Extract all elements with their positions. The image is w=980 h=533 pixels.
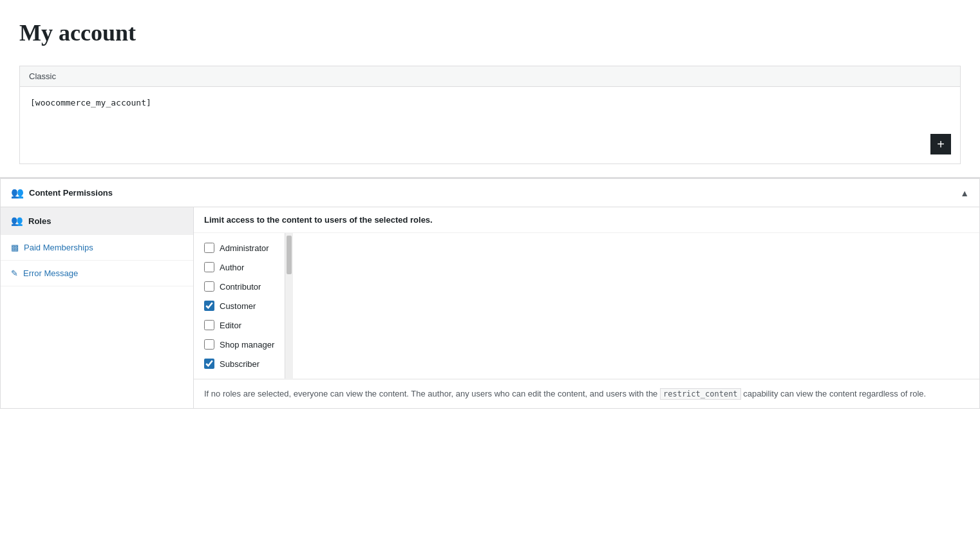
sidebar-item-paid-memberships[interactable]: ▩ Paid Memberships: [1, 235, 193, 261]
top-section: My account Classic [woocommerce_my_accou…: [0, 0, 980, 178]
permissions-header-left: 👥 Content Permissions: [11, 187, 113, 199]
footer-text-1: If no roles are selected, everyone can v…: [204, 389, 657, 398]
role-item-contributor: Contributor: [204, 277, 274, 296]
role-checkbox-author[interactable]: [204, 262, 214, 272]
role-label-shop-manager[interactable]: Shop manager: [220, 340, 274, 350]
role-checkbox-shop-manager[interactable]: [204, 339, 214, 350]
footer-text-2: capability can view the content regardle…: [743, 389, 926, 398]
page-title: My account: [19, 19, 961, 46]
role-item-shop-manager: Shop manager: [204, 335, 274, 354]
sidebar-error-message-label: Error Message: [23, 268, 78, 278]
role-item-editor: Editor: [204, 315, 274, 335]
role-checkbox-administrator[interactable]: [204, 243, 214, 253]
role-label-subscriber[interactable]: Subscriber: [220, 359, 259, 369]
block-tab-label: Classic: [29, 71, 56, 81]
role-checkbox-customer[interactable]: [204, 301, 214, 311]
sidebar-paid-memberships-label: Paid Memberships: [24, 243, 93, 252]
permissions-sidebar: 👥 Roles ▩ Paid Memberships ✎ Error Messa…: [1, 207, 194, 408]
scrollbar-thumb: [287, 236, 292, 274]
footer-code: restrict_content: [660, 388, 741, 400]
sidebar-roles-label: Roles: [28, 216, 51, 226]
role-label-customer[interactable]: Customer: [220, 301, 256, 311]
role-item-administrator: Administrator: [204, 238, 274, 257]
sidebar-item-error-message[interactable]: ✎ Error Message: [1, 261, 193, 286]
permissions-header[interactable]: 👥 Content Permissions ▲: [0, 178, 980, 207]
permissions-body: 👥 Roles ▩ Paid Memberships ✎ Error Messa…: [0, 207, 980, 409]
roles-footer: If no roles are selected, everyone can v…: [194, 379, 979, 408]
roles-list-container[interactable]: Administrator Author Contributor: [194, 233, 285, 379]
role-item-customer: Customer: [204, 296, 274, 315]
error-message-icon: ✎: [11, 268, 18, 278]
role-label-contributor[interactable]: Contributor: [220, 282, 261, 292]
roles-description: Limit access to the content to users of …: [194, 207, 979, 233]
role-label-administrator[interactable]: Administrator: [220, 243, 269, 253]
roles-icon: 👥: [11, 215, 23, 227]
roles-main-area: Administrator Author Contributor: [194, 233, 979, 379]
shortcode-text: [woocommerce_my_account]: [30, 98, 151, 108]
paid-memberships-icon: ▩: [11, 243, 19, 252]
block-content-area: [woocommerce_my_account] +: [19, 87, 961, 164]
role-label-editor[interactable]: Editor: [220, 321, 241, 330]
role-item-author: Author: [204, 257, 274, 277]
role-checkbox-editor[interactable]: [204, 320, 214, 330]
collapse-icon: ▲: [960, 188, 969, 198]
sidebar-item-roles[interactable]: 👥 Roles: [1, 207, 193, 235]
scrollbar-track[interactable]: [285, 233, 293, 379]
add-block-button[interactable]: +: [930, 134, 951, 154]
role-checkbox-contributor[interactable]: [204, 281, 214, 292]
role-label-author[interactable]: Author: [220, 263, 244, 272]
page-wrapper: My account Classic [woocommerce_my_accou…: [0, 0, 980, 533]
role-item-subscriber: Subscriber: [204, 354, 274, 373]
permissions-main: Limit access to the content to users of …: [194, 207, 979, 408]
content-permissions-section: 👥 Content Permissions ▲ 👥 Roles ▩ Paid M…: [0, 178, 980, 409]
people-group-icon: 👥: [11, 187, 24, 199]
role-checkbox-subscriber[interactable]: [204, 359, 214, 369]
block-tab-bar[interactable]: Classic: [19, 66, 961, 87]
permissions-header-label: Content Permissions: [29, 188, 113, 198]
